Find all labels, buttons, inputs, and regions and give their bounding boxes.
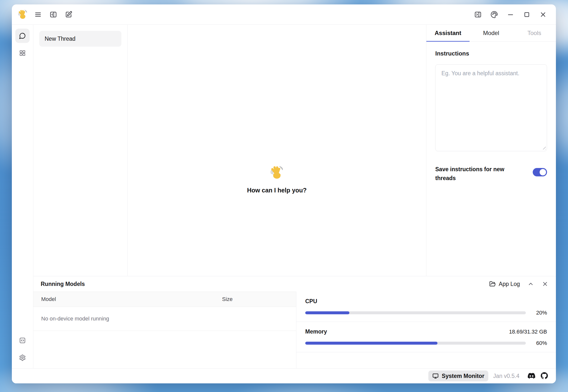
greeting-text: How can I help you? <box>247 187 307 194</box>
panel-right-open-icon[interactable] <box>474 11 482 19</box>
chat-area: How can I help you? <box>128 25 426 276</box>
column-header-model: Model <box>33 296 222 302</box>
titlebar-right-actions <box>474 11 547 19</box>
system-monitor-button[interactable]: System Monitor <box>428 371 488 381</box>
close-panel-icon[interactable] <box>542 280 549 287</box>
memory-percent: 60% <box>526 340 547 346</box>
folder-open-icon <box>489 281 496 287</box>
app-version: Jan v0.5.4 <box>493 373 519 379</box>
rail-local-api-button[interactable] <box>15 333 30 348</box>
app-window: New Thread How can I help you? Assistant… <box>12 4 556 383</box>
app-body: New Thread How can I help you? Assistant… <box>12 25 556 368</box>
content-row: New Thread How can I help you? Assistant… <box>33 25 556 276</box>
toggle-knob <box>540 169 546 175</box>
minimize-icon[interactable] <box>507 11 514 19</box>
tab-assistant[interactable]: Assistant <box>426 25 470 41</box>
app-logo-wave-icon <box>17 9 28 20</box>
memory-monitor-row: Memory 18.69/31.32 GB 60% <box>296 322 556 352</box>
assistant-panel-tabs: Assistant Model Tools <box>426 25 556 42</box>
assistant-tab-content: Instructions Save instructions for new t… <box>426 42 556 191</box>
left-rail <box>12 25 33 368</box>
grid-icon <box>19 50 26 56</box>
thread-title: New Thread <box>45 36 76 42</box>
running-models-panel: Running Models App Log <box>33 276 556 368</box>
memory-usage: 18.69/31.32 GB <box>509 329 547 335</box>
running-models-content: Model Size No on-device model running CP… <box>33 292 556 368</box>
titlebar-left-actions <box>34 11 73 19</box>
chat-bubble-icon <box>19 32 26 39</box>
status-bar: System Monitor Jan v0.5.4 <box>12 368 556 383</box>
save-instructions-toggle[interactable] <box>533 168 547 176</box>
rail-hub-button[interactable] <box>15 46 30 60</box>
instructions-textarea-wrap <box>435 64 547 151</box>
new-chat-compose-icon[interactable] <box>65 11 73 19</box>
cpu-percent: 20% <box>526 310 547 316</box>
rail-settings-button[interactable] <box>15 351 30 365</box>
cpu-label: CPU <box>305 298 317 305</box>
table-empty-message: No on-device model running <box>33 307 296 331</box>
cpu-progress-fill <box>305 311 349 314</box>
github-icon[interactable] <box>541 372 549 380</box>
maximize-icon[interactable] <box>523 11 531 19</box>
app-log-button[interactable]: App Log <box>489 281 520 287</box>
cpu-monitor-row: CPU 20% <box>296 292 556 322</box>
discord-icon[interactable] <box>528 372 536 380</box>
running-models-actions: App Log <box>489 280 549 287</box>
system-monitor-label: System Monitor <box>442 373 484 379</box>
assistant-panel: Assistant Model Tools Instructions Save … <box>426 25 556 276</box>
cpu-progress-track <box>305 311 526 314</box>
monitor-icon <box>432 373 439 379</box>
titlebar <box>12 4 556 25</box>
menu-icon[interactable] <box>34 11 42 19</box>
rail-threads-button[interactable] <box>15 29 30 43</box>
theme-palette-icon[interactable] <box>490 11 498 19</box>
column-header-size: Size <box>222 296 296 302</box>
memory-progress-track <box>305 342 526 345</box>
app-log-label: App Log <box>499 281 520 287</box>
panel-left-close-icon[interactable] <box>49 11 57 19</box>
code-square-icon <box>19 337 26 344</box>
instructions-input[interactable] <box>435 64 547 151</box>
system-monitors: CPU 20% Memory <box>296 292 556 368</box>
running-models-header: Running Models App Log <box>33 276 556 292</box>
tab-tools[interactable]: Tools <box>513 25 556 41</box>
tab-model[interactable]: Model <box>470 25 513 41</box>
running-models-title: Running Models <box>41 281 85 287</box>
save-instructions-label: Save instructions for new threads <box>435 165 514 183</box>
thread-list-item[interactable]: New Thread <box>39 31 121 47</box>
close-icon[interactable] <box>539 11 547 19</box>
save-instructions-row: Save instructions for new threads <box>435 165 547 183</box>
memory-label: Memory <box>305 328 327 335</box>
instructions-heading: Instructions <box>435 50 547 57</box>
table-header-row: Model Size <box>33 292 296 307</box>
greeting: How can I help you? <box>247 165 307 194</box>
collapse-panel-chevron-up-icon[interactable] <box>527 280 534 287</box>
memory-progress-fill <box>305 342 437 345</box>
gear-icon <box>19 354 26 361</box>
content-column: New Thread How can I help you? Assistant… <box>33 25 556 368</box>
thread-list: New Thread <box>33 25 128 276</box>
wave-hand-icon <box>269 165 284 180</box>
running-models-table: Model Size No on-device model running <box>33 292 296 368</box>
